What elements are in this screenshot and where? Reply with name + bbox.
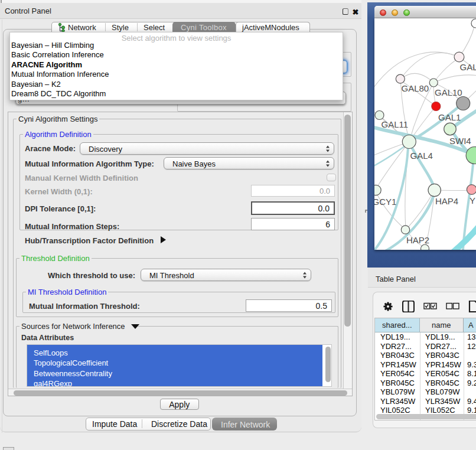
svg-text:GAL7: GAL7	[460, 62, 476, 72]
svg-text:SWI4: SWI4	[449, 136, 471, 146]
svg-text:GAL10: GAL10	[435, 87, 462, 97]
svg-text:GAL4: GAL4	[410, 151, 433, 161]
svg-text:GAL80: GAL80	[402, 83, 429, 93]
svg-text:Y: Y	[470, 195, 475, 206]
svg-text:HAP2: HAP2	[406, 235, 429, 245]
svg-text:GCY1: GCY1	[374, 197, 396, 207]
svg-text:HAP4: HAP4	[435, 196, 458, 206]
svg-text:GAL1: GAL1	[438, 112, 461, 122]
svg-text:GAL11: GAL11	[382, 119, 409, 129]
